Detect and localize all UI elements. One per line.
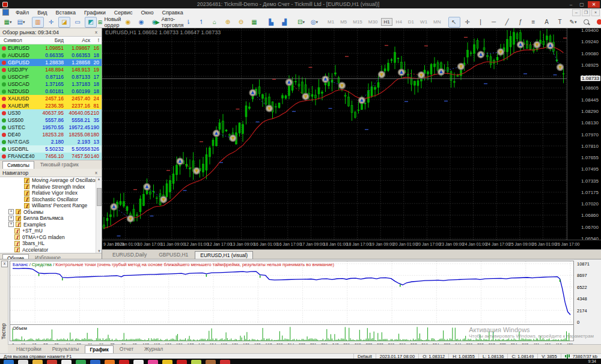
chart-area[interactable]: EURUSD,H1 1.08652 1.08733 1.08647 1.0873… <box>102 28 601 249</box>
taskbar-app-icon-7[interactable] <box>105 360 115 364</box>
market-watch-row-xauusd[interactable]: XAUUSD2457.162457.4024 <box>0 95 102 102</box>
menu-вид[interactable]: Вид <box>33 10 51 16</box>
market-watch-row-ustec[interactable]: USTEC19570.5519572.45190 <box>0 124 102 131</box>
taskbar-app-icon-13[interactable] <box>191 360 201 364</box>
navigator-item--st-mu[interactable]: f+ST_mU <box>0 228 102 234</box>
expand-icon[interactable]: + <box>8 216 14 221</box>
navigator-item-билла-вильямса[interactable]: +fБилла Вильямса <box>0 215 102 222</box>
mdi-minimize-button[interactable]: – <box>572 9 581 16</box>
market-watch-row-nat.gas[interactable]: NAT.GAS2.1802.19313 <box>0 138 102 145</box>
timeframe-mn[interactable]: MN <box>431 18 443 26</box>
vertical-line-tool[interactable]: | <box>475 17 487 28</box>
chart-tab-gbpusd-h1[interactable]: GBPUSD,H1 <box>153 250 194 259</box>
indicator-add-icon[interactable]: ↿ <box>195 17 207 28</box>
market-watch-row-xaueur[interactable]: XAUEUR2236.352237.1681 <box>0 102 102 109</box>
timeframe-h4[interactable]: H4 <box>394 18 404 26</box>
expand-icon[interactable]: + <box>8 222 14 227</box>
shapes-tool[interactable]: ✎▾ <box>567 17 579 28</box>
fibonacci-tool[interactable]: ƒ <box>514 17 526 28</box>
community-icon[interactable]: ◉ <box>135 17 147 28</box>
autoscroll-button[interactable]: ◎▾ <box>308 17 320 28</box>
market-watch-row-de40[interactable]: DE4018253.2818255.08180 <box>0 131 102 138</box>
text-tool[interactable]: A <box>541 17 553 28</box>
taskbar-app-icon-9[interactable] <box>133 360 144 364</box>
horizontal-line-tool[interactable]: ─ <box>488 17 500 28</box>
depth-of-market-icon[interactable]: ⌂ <box>209 17 221 28</box>
navigator-scrollbar[interactable]: ▲▼ <box>96 177 102 253</box>
market-watch-row-eurusd[interactable]: EURUSD1.098511.0986716 <box>0 44 102 52</box>
menu-справка[interactable]: Справка <box>157 10 187 16</box>
timeframe-m1[interactable]: M1 <box>325 18 337 26</box>
menu-окно[interactable]: Окно <box>137 10 158 16</box>
timeframe-h1[interactable]: H1 <box>381 18 392 26</box>
timeframe-m15[interactable]: M15 <box>350 18 365 26</box>
new-order-button[interactable]: ⊞Новый ордер <box>102 17 117 28</box>
col-spread[interactable]: ! <box>90 37 102 43</box>
mdi-close-button[interactable]: × <box>591 9 600 16</box>
timeframe-m30[interactable]: M30 <box>366 18 380 26</box>
mw-tab-тиковый-график[interactable]: Тиковый график <box>35 160 84 169</box>
menu-вставка[interactable]: Вставка <box>51 10 79 16</box>
date-axis[interactable]: 9 Jan 202310 Jan 01:0010 Jan 17:0011 Jan… <box>102 240 601 249</box>
navigator-item-moving-average-of-oscillator[interactable]: fMoving Average of Oscillator <box>0 177 102 184</box>
tester-vertical-tab[interactable]: Тестер <box>1 323 7 339</box>
taskbar-app-icon-11[interactable] <box>162 360 172 364</box>
bars-chart-button[interactable]: ▙ <box>265 17 277 28</box>
taskbar-app-icon-2[interactable] <box>32 360 43 364</box>
market-watch-row-us500[interactable]: US5005557.865558.2135 <box>0 117 102 124</box>
data-window-toggle[interactable]: ✛ <box>45 17 57 28</box>
taskbar-app-icon-8[interactable] <box>119 360 129 364</box>
mdi-restore-button[interactable]: ❐ <box>582 9 590 16</box>
col-bid[interactable]: Бид <box>37 37 64 43</box>
col-ask[interactable]: Аск <box>64 37 90 43</box>
trendline-tool[interactable]: ╱ <box>501 17 513 28</box>
tester-tab-журнал[interactable]: Журнал <box>139 345 168 353</box>
market-watch-row-france40[interactable]: FRANCE407456.107457.50140 <box>0 153 102 160</box>
zoom-in-button[interactable]: ⊕ <box>222 17 234 28</box>
timeframe-d1[interactable]: D1 <box>406 18 416 26</box>
tester-tab-график[interactable]: График <box>85 345 113 353</box>
label-tool[interactable]: T <box>554 17 566 28</box>
taskbar-app-icon-6[interactable] <box>90 360 100 364</box>
strategy-tester-toggle[interactable]: ◩ <box>85 17 97 28</box>
timeframe-m5[interactable]: M5 <box>338 18 349 26</box>
zoom-out-button[interactable]: ⊖ <box>235 17 247 28</box>
tester-close-icon[interactable]: x <box>1 261 8 267</box>
navigator-item-relative-vigor-index[interactable]: fRelative Vigor Index <box>0 190 102 196</box>
menu-файл[interactable]: Файл <box>11 10 33 16</box>
navigator-item-объемы[interactable]: +fОбъемы <box>0 209 102 216</box>
navigator-item-3bars-hl[interactable]: f3bars_HL <box>0 240 102 247</box>
status-profile[interactable]: Default <box>353 354 376 359</box>
taskbar-app-icon-4[interactable] <box>61 360 72 364</box>
chart-tab-eurusd-daily[interactable]: EURUSD,Daily <box>107 250 152 259</box>
minimize-button[interactable]: – <box>566 1 576 8</box>
market-watch-row-usdbrl[interactable]: USDBRL5.502325.50558326 <box>0 145 102 153</box>
profiles-button[interactable]: ▤▾ <box>15 17 27 28</box>
taskbar-app-icon-5[interactable] <box>76 360 86 364</box>
mw-tab-символы[interactable]: Символы <box>2 161 34 169</box>
search-icon[interactable] <box>581 17 593 28</box>
taskbar-app-icon-0[interactable] <box>4 360 14 364</box>
new-chart-button[interactable]: ▦▾ <box>2 17 14 28</box>
market-watch-row-audusd[interactable]: AUDUSD0.663350.6635318 <box>0 52 102 59</box>
menu-графики[interactable]: Графики <box>80 10 110 16</box>
menu-сервис[interactable]: Сервис <box>110 10 137 16</box>
navigator-close-icon[interactable]: x <box>93 170 99 175</box>
taskbar-app-icon-3[interactable] <box>47 360 57 364</box>
market-watch-row-gbpusd[interactable]: GBPUSD1.288381.2885820 <box>0 59 102 66</box>
close-button[interactable]: ✕ <box>588 1 600 8</box>
market-watch-toggle[interactable]: ▥ <box>32 17 44 28</box>
navigator-item-0tma-cg-mladen[interactable]: f0TMA+CG mladen <box>0 234 102 241</box>
channel-tool[interactable]: ≡ <box>528 17 540 28</box>
windows-taskbar[interactable]: 9:34 <box>0 359 601 364</box>
maximize-button[interactable]: ▢ <box>577 1 587 8</box>
market-watch-row-us30[interactable]: US3040637.9540640.05210 <box>0 109 102 117</box>
candles-chart-button[interactable]: ▟ <box>278 17 290 28</box>
market-watch-row-usdcad[interactable]: USDCAD1.371651.3718318 <box>0 80 102 88</box>
autotrade-button[interactable]: ▶Авто-торговля <box>162 17 177 28</box>
tester-tab-настройки[interactable]: Настройки <box>11 345 46 353</box>
terminal-toggle[interactable]: ▭ <box>72 17 84 28</box>
market-watch-row-usdjpy[interactable]: USDJPY148.894148.91319 <box>0 66 102 73</box>
taskbar-app-icon-1[interactable] <box>18 360 28 364</box>
market-watch-close-icon[interactable]: x <box>93 29 99 35</box>
